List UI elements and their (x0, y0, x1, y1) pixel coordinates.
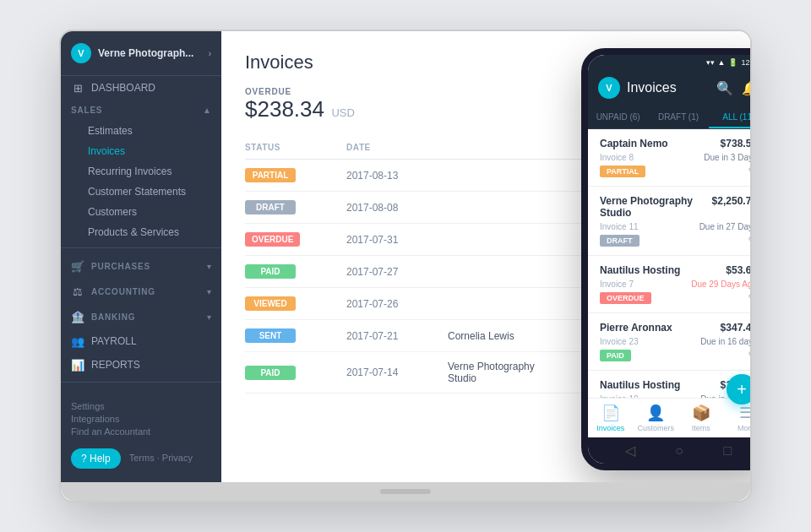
sidebar-item-payroll[interactable]: 👥 PAYROLL (61, 329, 221, 353)
sidebar-item-products-services[interactable]: Products & Services (61, 222, 221, 242)
sidebar-item-estimates[interactable]: Estimates (61, 121, 221, 141)
edit-icon[interactable]: ✏ (748, 290, 750, 302)
laptop-notch (380, 489, 431, 494)
invoice-status-badge: PAID (600, 350, 631, 361)
sidebar-sales-label: SALES (71, 106, 102, 115)
invoice-date: 2017-08-13 (346, 170, 448, 182)
tab-all[interactable]: ALL (11) (709, 106, 750, 128)
back-gesture: ◁ (625, 442, 635, 459)
search-icon[interactable]: 🔍 (716, 80, 733, 96)
invoice-date: 2017-07-26 (346, 298, 448, 310)
reports-icon: 📊 (71, 358, 84, 372)
invoice-customer-name: Nautilus Hosting (600, 379, 680, 391)
phone-invoice-item[interactable]: Nautilus Hosting $53.68 Invoice 7 Due 29… (588, 256, 750, 313)
invoice-amount: $2,250.75 (712, 195, 750, 207)
sidebar-divider-1 (61, 247, 221, 248)
sidebar-item-recurring-invoices[interactable]: Recurring Invoices (61, 161, 221, 182)
invoice-customer-name: Verne Photography Studio (600, 195, 712, 219)
invoice-date: 2017-07-14 (346, 366, 448, 378)
sidebar-logo-arrow: › (209, 49, 211, 58)
phone-time: 12:30 (741, 58, 750, 67)
main-content: Invoices OVERDUE $238.34 USD STATUS DATE… (221, 31, 750, 482)
terms-link[interactable]: Terms · Privacy (129, 453, 193, 463)
phone-app-icon: V (598, 77, 620, 99)
notification-icon[interactable]: 🔔 (742, 80, 750, 96)
edit-icon[interactable]: ✏ (748, 348, 750, 360)
invoices-nav-icon: 📄 (601, 404, 620, 422)
invoice-customer: Verne Photography Studio (448, 361, 541, 384)
invoices-nav-label: Invoices (596, 424, 624, 432)
battery-icon: 🔋 (728, 58, 738, 67)
invoice-due: Due in 27 Days (699, 222, 750, 231)
sidebar-logo[interactable]: V Verne Photograph... › (61, 31, 221, 76)
edit-icon[interactable]: ✏ (748, 233, 750, 245)
nav-customers[interactable]: 👤 Customers (634, 404, 679, 432)
sidebar-reports-label: REPORTS (91, 359, 140, 371)
sidebar-item-dashboard[interactable]: ⊞ DASHBOARD (61, 76, 221, 100)
invoice-amount: $738.50 (721, 138, 750, 149)
invoice-number: Invoice 10 (600, 394, 639, 398)
phone-header-actions: 🔍 🔔 (716, 80, 750, 96)
status-badge: PARTIAL (245, 168, 296, 182)
invoice-status-badge: OVERDUE (600, 292, 651, 304)
sidebar-item-customers[interactable]: Customers (61, 202, 221, 222)
phone-gesture-bar: ◁ ○ □ (588, 437, 750, 464)
nav-items[interactable]: 📦 Items (678, 404, 724, 432)
phone-invoice-item[interactable]: Verne Photography Studio $2,250.75 Invoi… (588, 187, 750, 256)
purchases-toggle-icon: ▾ (207, 262, 211, 271)
nav-more[interactable]: ☰ More (724, 404, 751, 432)
dashboard-icon: ⊞ (71, 81, 84, 95)
app-logo-icon: V (71, 43, 91, 63)
phone-status-bar: ▾▾ ▲ 🔋 12:30 (588, 55, 750, 70)
find-accountant-link[interactable]: Find an Accountant (71, 426, 211, 437)
overdue-amount: $238.34 (245, 96, 324, 122)
sales-toggle-icon: ▲ (203, 106, 211, 115)
sidebar-banking-label: BANKING (91, 312, 135, 322)
invoice-due: Due 29 Days Ago (691, 280, 750, 289)
status-badge: SENT (245, 328, 296, 343)
sidebar-item-invoices[interactable]: Invoices (61, 141, 221, 161)
phone-invoice-item[interactable]: Nautilus Hosting $186.23 Invoice 10 Due … (588, 371, 750, 398)
nav-invoices[interactable]: 📄 Invoices (588, 404, 634, 432)
invoice-customer-name: Captain Nemo (600, 138, 668, 149)
invoice-due: Due in 16 days (700, 337, 750, 346)
recents-gesture: □ (724, 443, 732, 459)
tab-draft[interactable]: DRAFT (1) (648, 106, 708, 128)
more-nav-icon: ☰ (739, 404, 750, 422)
invoice-status-badge: PARTIAL (600, 166, 645, 177)
add-invoice-button[interactable]: + (727, 374, 750, 404)
sidebar-item-reports[interactable]: 📊 REPORTS (61, 353, 221, 377)
sidebar-purchases-label: PURCHASES (91, 262, 150, 271)
overdue-currency: USD (331, 106, 354, 119)
items-nav-label: Items (692, 424, 710, 432)
status-badge: PAID (245, 264, 296, 279)
phone-title: Invoices (627, 80, 716, 95)
phone-invoice-item[interactable]: Captain Nemo $738.50 Invoice 8 Due in 3 … (588, 129, 750, 187)
accounting-icon: ⚖ (71, 285, 84, 298)
status-badge: OVERDUE (245, 232, 300, 247)
sidebar-section-banking[interactable]: 🏦 BANKING ▾ (61, 304, 221, 329)
tab-unpaid[interactable]: UNPAID (6) (588, 106, 648, 128)
sidebar-section-purchases[interactable]: 🛒 PURCHASES ▾ (61, 253, 221, 279)
sidebar-section-sales[interactable]: SALES ▲ (61, 100, 221, 121)
laptop-frame: V Verne Photograph... › ⊞ DASHBOARD SALE… (59, 30, 752, 502)
status-badge: PAID (245, 366, 296, 380)
sidebar-item-customer-statements[interactable]: Customer Statements (61, 182, 221, 202)
phone-invoice-item[interactable]: Pierre Aronnax $347.45 Invoice 23 Due in… (588, 313, 750, 371)
banking-toggle-icon: ▾ (207, 312, 211, 322)
edit-icon[interactable]: ✏ (748, 164, 750, 176)
sidebar-company-name: Verne Photograph... (98, 47, 193, 59)
settings-link[interactable]: Settings (71, 401, 211, 411)
customers-nav-icon: 👤 (646, 404, 665, 422)
invoice-date: 2017-08-08 (346, 202, 448, 214)
accounting-toggle-icon: ▾ (207, 287, 211, 296)
invoice-amount: $347.45 (721, 322, 750, 334)
sidebar-section-accounting[interactable]: ⚖ ACCOUNTING ▾ (61, 279, 221, 304)
help-icon: ? (81, 453, 87, 464)
help-button[interactable]: ? Help (71, 448, 121, 469)
invoice-number: Invoice 23 (600, 337, 639, 346)
invoice-date: 2017-07-27 (346, 266, 448, 278)
invoice-customer-name: Pierre Aronnax (600, 322, 672, 334)
home-gesture: ○ (675, 443, 683, 459)
integrations-link[interactable]: Integrations (71, 414, 211, 424)
